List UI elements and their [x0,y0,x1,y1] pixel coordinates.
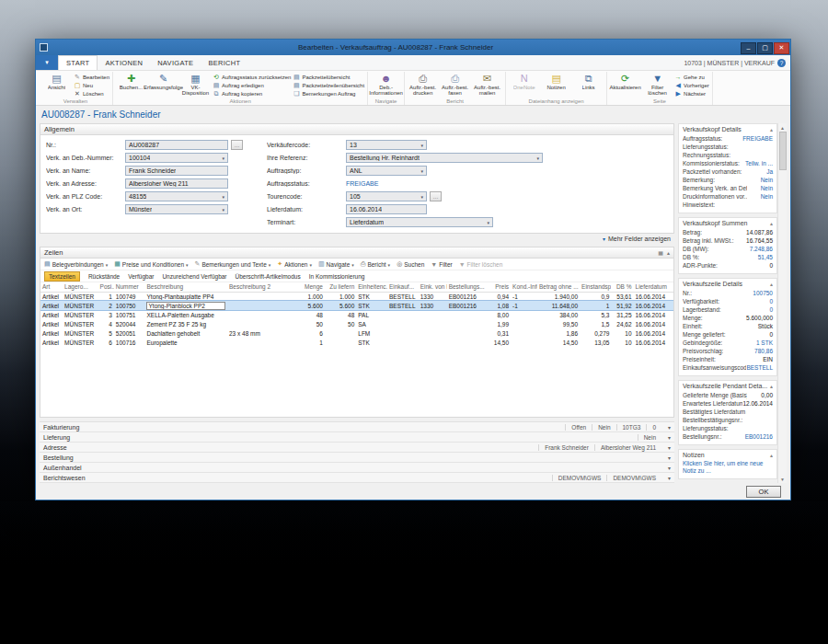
filter-tab-textzeilen[interactable]: Textzeilen [44,271,80,282]
table-row[interactable]: ArtikelMÜNSTER2100750Ytong-Planblock PP2… [40,301,673,310]
dropdown-arrow-icon[interactable] [418,143,423,148]
field-terminart[interactable]: Lieferdatum [346,217,493,227]
collapse-chevron-icon[interactable] [661,444,671,451]
filter-tab-verf-gbar[interactable]: Verfügbar [128,273,154,280]
new-note-link[interactable]: Klicken Sie hier, um eine neue Notiz zu … [683,460,773,475]
fasttab-bestellung[interactable]: Bestellung [40,453,674,463]
fasttab-lieferung[interactable]: LieferungNein [40,432,674,443]
l-schen-button[interactable]: ✕Löschen [74,90,109,98]
dropdown-arrow-icon[interactable] [219,155,224,161]
filter-tab-in-kommissionierung[interactable]: In Kommissionierung [309,273,365,280]
filter-menu[interactable]: ▼Filter [431,261,452,268]
column-header-beschreibung-2[interactable]: Beschreibung 2 [227,282,293,292]
field-verk-an-ort[interactable]: Münster [125,204,228,214]
collapse-chevron-icon[interactable] [661,475,671,481]
field-lieferdatum[interactable]: 16.06.2014 [346,204,427,214]
field-verkaeufercode[interactable]: 13 [346,140,427,150]
column-header-kond-info[interactable]: Kond.-Info [511,282,537,292]
column-header-beschreibung[interactable]: Beschreibung [144,282,226,292]
collapse-icon[interactable] [770,126,773,132]
tab-start[interactable]: START [58,55,98,70]
more-fields-link[interactable]: Mehr Felder anzeigen [40,234,674,244]
column-header-einheitenc[interactable]: Einheitenc... [356,282,387,292]
field-auftragstyp[interactable]: ANL [346,166,427,176]
aktualisieren-button[interactable]: ⟳Aktualisieren [610,72,640,90]
column-header-betrag-ohne[interactable]: Betrag ohne ... [537,282,580,292]
column-header-db[interactable]: DB % [611,282,633,292]
dropdown-arrow-icon[interactable] [219,194,224,200]
table-row[interactable]: ArtikelMÜNSTER4520044Zement PZ 35 F 25 k… [40,319,673,328]
table-row[interactable]: ArtikelMÜNSTER5520051Dachlatten gehobelt… [40,328,673,338]
collapse-chevron-icon[interactable] [661,454,671,461]
filter-tab-unzureichend-verf-gbar[interactable]: Unzureichend Verfügbar [162,273,226,280]
collapse-chevron-icon[interactable] [661,434,671,441]
context-info[interactable]: 10703 | MÜNSTER | VERKAUF [684,60,775,66]
filter-tab-r-ckst-nde[interactable]: Rückstände [88,273,120,280]
notizen-button[interactable]: ▤Notizen [541,72,571,90]
tab-bericht[interactable]: BERICHT [201,55,247,70]
bemerkungen-und-texte-menu[interactable]: ✎Bemerkungen und Texte [195,260,271,268]
n-chster-button[interactable]: ▶Nächster [674,90,709,98]
factbox-title[interactable]: Verkaufszeile Details [683,281,742,287]
auftr-best-drucken-button[interactable]: ⎙Auftr.-best. drucken [408,72,438,97]
table-row[interactable]: ArtikelMÜNSTER3100751XELLA-Paletten Ausg… [40,310,673,319]
field-verk-an-deb-nummer[interactable]: 100104 [125,153,228,163]
column-header-zu-liefern[interactable]: Zu liefern [325,282,356,292]
column-header-nummer[interactable]: Nummer [114,282,145,292]
factbox-title[interactable]: Notizen [683,452,705,458]
help-icon[interactable] [777,59,786,67]
dropdown-arrow-icon[interactable] [534,155,539,161]
dropdown-arrow-icon[interactable] [484,220,489,225]
zeilen-header[interactable]: Zeilen [40,247,674,259]
fasttab-berichtswesen[interactable]: BerichtswesenDEMOVM\GWSDEMOVM\GWS [40,473,674,483]
collapse-chevron-icon[interactable] [661,465,671,471]
tab-aktionen[interactable]: AKTIONEN [98,55,150,70]
packzettel-bersicht-button[interactable]: ▤Packzettelübersicht [293,74,364,81]
field-tourencode[interactable]: 105 [346,191,427,201]
field-ihre-referenz[interactable]: Bestellung Hr. Reinhardt [346,153,543,163]
column-header-einkauf[interactable]: Einkauf... [387,282,419,292]
buchen-button[interactable]: ✚Buchen... [116,72,146,90]
lookup-button-nr[interactable] [231,140,243,150]
preise-und-konditionen-menu[interactable]: ▦Preise und Konditionen [114,260,188,268]
lookup-button-tourencode[interactable] [430,191,442,201]
filter-l-schen-button[interactable]: ▼Filter löschen [642,72,673,97]
maximize-button[interactable] [757,42,773,54]
vorheriger-button[interactable]: ◀Vorheriger [674,82,709,89]
window-titlebar[interactable]: Bearbeiten - Verkaufsauftrag - AU008287 … [36,40,790,55]
dropdown-arrow-icon[interactable] [418,194,423,200]
column-header-einstandspr[interactable]: Einstandspr... [580,282,611,292]
expand-lines-icon[interactable] [658,249,663,256]
collapse-icon[interactable] [770,220,773,226]
field-verk-an-plz-code[interactable]: 48155 [125,191,228,201]
fasttab-au-enhandel[interactable]: Außenhandel [40,463,674,473]
belegverbindungen-menu[interactable]: ▤Belegverbindungen [44,260,108,268]
erfassungsfolge-button[interactable]: ✎Erfassungsfolge [148,72,178,90]
sidebar-scrollbar[interactable] [777,123,787,483]
column-header-bestellungs[interactable]: Bestellungs... [447,282,487,292]
onenote-button[interactable]: NOneNote [509,72,539,90]
column-header-eink-von-kre[interactable]: Eink. von Kre... [419,282,447,292]
field-nr[interactable]: AU008287 [125,140,228,150]
auftr-best-mailen-button[interactable]: ✉Auftr.-best. mailen [472,72,502,97]
links-button[interactable]: ⧉Links [573,72,604,90]
collapse-icon[interactable] [770,281,773,287]
column-header-lagero[interactable]: Lagero... [63,282,98,292]
bearbeiten-button[interactable]: ✎Bearbeiten [74,74,109,81]
collapse-icon[interactable] [770,383,773,389]
dropdown-arrow-icon[interactable] [418,168,423,174]
neu-button[interactable]: ▢Neu [74,82,109,89]
gehe-zu-button[interactable]: →Gehe zu [674,74,709,81]
vk-disposition-button[interactable]: ▦VK-Disposition [180,72,211,97]
dropdown-arrow-icon[interactable] [219,207,224,213]
column-header-lieferdatum[interactable]: Lieferdatum [634,282,673,292]
filter-tab-berschrift-artikelmodus[interactable]: Überschrift-Artikelmodus [236,273,301,280]
factbox-title[interactable]: Verkaufskopf Details [683,126,742,132]
column-header-posi[interactable]: Posi... [98,282,114,292]
scroll-up-icon[interactable] [778,123,788,132]
scroll-down-icon[interactable] [778,475,788,483]
auftr-best-faxen-button[interactable]: ⎙Auftr.-best. faxen [440,72,470,97]
scrollbar-thumb[interactable] [779,132,787,170]
column-header-menge[interactable]: Menge [293,282,324,292]
ansicht-button[interactable]: ▤Ansicht [41,72,72,90]
